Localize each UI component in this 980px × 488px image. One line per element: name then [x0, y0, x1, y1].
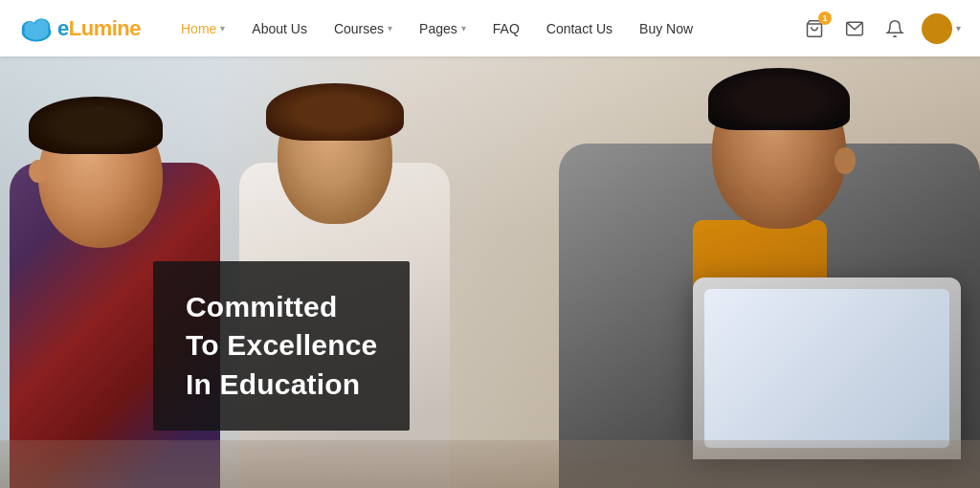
chevron-down-icon: ▾: [388, 23, 392, 33]
person-left-hair: [29, 97, 163, 154]
chevron-down-icon: ▾: [461, 23, 466, 33]
person-right: [501, 56, 980, 488]
bell-icon: [885, 19, 904, 38]
nav-item-faq[interactable]: FAQ: [481, 0, 531, 56]
person-left-ear: [29, 160, 48, 183]
nav-item-courses[interactable]: Courses ▾: [323, 0, 404, 56]
person-right-ear: [835, 147, 856, 174]
avatar-chevron-icon: ▾: [956, 23, 961, 33]
nav-icons: 1 ▾: [801, 13, 961, 44]
nav-item-buy[interactable]: Buy Now: [628, 0, 704, 56]
laptop: [693, 277, 961, 459]
hero-overlay: Committed To Excellence In Education: [153, 261, 410, 432]
logo-icon: [19, 11, 54, 46]
nav-item-pages[interactable]: Pages ▾: [408, 0, 478, 56]
bell-icon-wrap[interactable]: [881, 15, 908, 42]
person-right-hair: [708, 68, 850, 130]
cart-badge: 1: [818, 11, 832, 25]
person-center-hair-top: [266, 83, 404, 141]
svg-point-5: [34, 19, 48, 33]
laptop-screen: [704, 289, 949, 448]
svg-point-4: [24, 21, 36, 33]
hero-section: Committed To Excellence In Education: [0, 56, 980, 488]
mail-icon-wrap[interactable]: [841, 15, 868, 42]
cart-icon-wrap[interactable]: 1: [801, 15, 828, 42]
mail-icon: [845, 19, 864, 38]
avatar-wrap[interactable]: ▾: [922, 13, 961, 44]
nav-item-home[interactable]: Home ▾: [169, 0, 236, 56]
logo-text: eLumine: [57, 16, 141, 41]
hero-title: Committed To Excellence In Education: [186, 288, 377, 405]
logo[interactable]: eLumine: [19, 11, 141, 46]
nav-links: Home ▾ About Us Courses ▾ Pages ▾ FAQ Co…: [169, 0, 801, 56]
nav-item-about[interactable]: About Us: [240, 0, 319, 56]
desk-surface: [0, 440, 980, 488]
navbar: eLumine Home ▾ About Us Courses ▾ Pages …: [0, 0, 980, 56]
nav-item-contact[interactable]: Contact Us: [535, 0, 624, 56]
avatar: [922, 13, 952, 44]
chevron-down-icon: ▾: [220, 23, 225, 33]
